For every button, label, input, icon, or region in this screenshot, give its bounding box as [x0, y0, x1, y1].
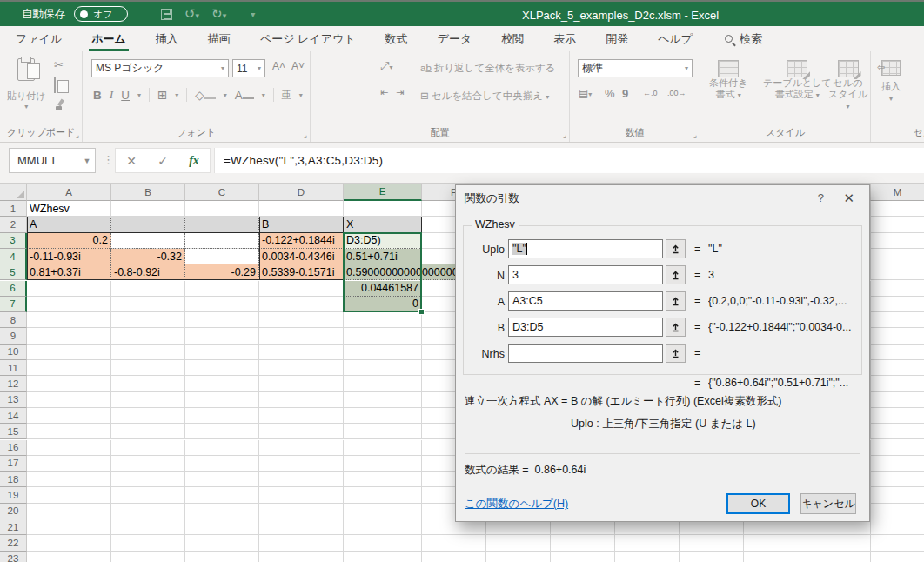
cell-D15[interactable] — [259, 424, 344, 439]
row-header-10[interactable]: 10 — [0, 345, 27, 360]
cell-E1[interactable] — [344, 201, 422, 217]
cell-E4[interactable]: 0.51+0.71i — [344, 249, 422, 264]
cell-C5[interactable]: -0.29 — [185, 264, 259, 280]
font-dialog-launcher-icon[interactable]: ⌟ — [304, 130, 307, 139]
cell-C16[interactable] — [185, 440, 259, 456]
increase-decimal-button[interactable]: ←.0 — [643, 89, 658, 97]
cell-A19[interactable] — [27, 487, 111, 503]
cell-M1[interactable] — [871, 201, 924, 217]
cell-G22[interactable] — [486, 535, 551, 551]
cell-E8[interactable] — [344, 312, 422, 328]
cell-C11[interactable] — [185, 360, 259, 376]
cell-C8[interactable] — [185, 312, 259, 328]
orientation-button[interactable]: ⤢▾ — [380, 59, 392, 73]
cell-B11[interactable] — [111, 360, 185, 376]
decrease-indent-button[interactable]: ⇤ — [380, 87, 388, 98]
copy-button[interactable] — [54, 77, 56, 93]
cell-C2[interactable] — [185, 217, 259, 232]
row-header-8[interactable]: 8 — [0, 312, 27, 328]
cell-A10[interactable] — [27, 345, 111, 360]
cell-A12[interactable] — [27, 376, 111, 391]
cell-K22[interactable] — [744, 535, 807, 551]
fill-handle[interactable] — [418, 309, 425, 315]
cell-B18[interactable] — [111, 472, 185, 487]
cell-E14[interactable] — [344, 408, 422, 424]
column-header-D[interactable]: D — [259, 184, 344, 201]
row-header-21[interactable]: 21 — [0, 519, 27, 535]
cell-M6[interactable] — [871, 281, 924, 297]
autosave-toggle[interactable]: オフ — [74, 6, 128, 22]
cell-B6[interactable] — [111, 281, 185, 297]
row-header-22[interactable]: 22 — [0, 535, 27, 551]
select-all-corner[interactable] — [0, 184, 27, 201]
row-header-5[interactable]: 5 — [0, 264, 27, 280]
cell-A18[interactable] — [27, 472, 111, 487]
cell-L23[interactable] — [807, 552, 871, 562]
percent-button[interactable]: % — [605, 87, 615, 100]
cell-D9[interactable] — [259, 328, 344, 344]
row-header-12[interactable]: 12 — [0, 376, 27, 391]
ok-button[interactable]: OK — [726, 493, 790, 514]
cell-A17[interactable] — [27, 456, 111, 472]
cell-C10[interactable] — [185, 345, 259, 360]
cell-K23[interactable] — [744, 552, 807, 562]
cell-F23[interactable] — [422, 552, 486, 562]
cell-B10[interactable] — [111, 345, 185, 360]
cell-A2[interactable]: A — [27, 217, 111, 232]
cell-B15[interactable] — [111, 424, 185, 439]
cell-A5[interactable]: 0.81+0.37i — [27, 264, 111, 280]
cell-C17[interactable] — [185, 456, 259, 472]
cell-E15[interactable] — [344, 424, 422, 439]
cell-A16[interactable] — [27, 440, 111, 456]
cell-C13[interactable] — [185, 392, 259, 408]
cell-A14[interactable] — [27, 408, 111, 424]
format-as-table-button[interactable]: テーブルとして書式設定 ▾ — [763, 60, 832, 101]
undo-icon[interactable]: ↺▾ — [184, 6, 199, 22]
field-input-uplo[interactable]: "L" — [508, 239, 663, 258]
conditional-formatting-button[interactable]: 条件付き書式 ▾ — [709, 60, 747, 101]
collapse-dialog-icon[interactable] — [666, 239, 686, 258]
cell-I22[interactable] — [615, 535, 680, 551]
cell-B2[interactable] — [111, 217, 185, 232]
cell-D5[interactable]: 0.5339-0.1571i — [259, 264, 344, 280]
name-box-dropdown-icon[interactable]: ▼ — [79, 157, 95, 165]
row-header-13[interactable]: 13 — [0, 392, 27, 408]
row-header-3[interactable]: 3 — [0, 233, 27, 249]
cell-D19[interactable] — [259, 487, 344, 503]
cell-J23[interactable] — [680, 552, 744, 562]
row-header-1[interactable]: 1 — [0, 201, 27, 217]
row-header-7[interactable]: 7 — [0, 297, 27, 312]
cell-H23[interactable] — [551, 552, 615, 562]
clipboard-dialog-launcher-icon[interactable]: ⌟ — [76, 130, 79, 139]
cell-M18[interactable] — [871, 472, 924, 487]
cell-M23[interactable] — [871, 552, 924, 562]
cell-D8[interactable] — [259, 312, 344, 328]
cell-C22[interactable] — [185, 535, 259, 551]
cell-C18[interactable] — [185, 472, 259, 487]
row-header-17[interactable]: 17 — [0, 456, 27, 472]
cell-F22[interactable] — [422, 535, 486, 551]
cell-D3[interactable]: -0.122+0.1844i — [259, 233, 344, 249]
cell-C19[interactable] — [185, 487, 259, 503]
underline-button[interactable]: U — [121, 89, 130, 102]
grow-font-button[interactable]: A˄ — [272, 60, 285, 72]
cell-C12[interactable] — [185, 376, 259, 391]
collapse-dialog-icon[interactable] — [666, 318, 686, 337]
cell-C4[interactable] — [185, 249, 259, 264]
cell-C14[interactable] — [185, 408, 259, 424]
font-name-select[interactable]: MS Pゴシック▾ — [91, 59, 229, 77]
customize-qat-icon[interactable]: ▾ — [251, 10, 255, 19]
cancel-formula-button[interactable]: ✕ — [126, 154, 137, 168]
cell-M2[interactable] — [871, 217, 924, 232]
font-color-button[interactable]: A — [235, 89, 254, 102]
cell-A9[interactable] — [27, 328, 111, 344]
cell-M17[interactable] — [871, 456, 924, 472]
cell-D2[interactable]: B — [259, 217, 344, 232]
cell-E18[interactable] — [344, 472, 422, 487]
wrap-text-button[interactable]: ab̲ 折り返して全体を表示する — [420, 62, 556, 75]
number-format-select[interactable]: 標準▾ — [578, 59, 693, 77]
phonetic-button[interactable]: 亜 — [282, 89, 291, 102]
cell-D17[interactable] — [259, 456, 344, 472]
tab-help[interactable]: ヘルプ — [655, 26, 695, 51]
cell-D13[interactable] — [259, 392, 344, 408]
